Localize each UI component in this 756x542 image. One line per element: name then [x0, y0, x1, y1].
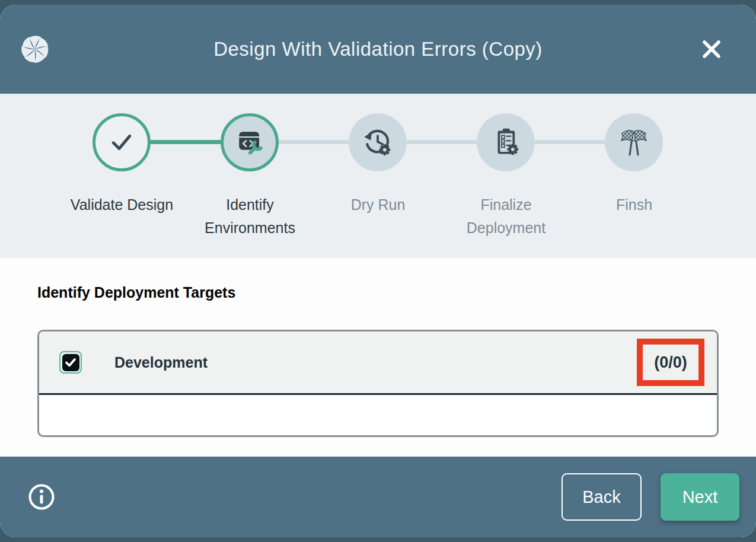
target-label: Development [114, 354, 208, 371]
step-identify-environments[interactable] [221, 113, 279, 171]
info-button[interactable] [27, 483, 56, 511]
wizard-stepper: Validate Design Identify Environments Dr… [0, 94, 756, 258]
step-label-finalize-deployment: Finalize Deployment [454, 193, 558, 240]
checkbox-checked-box [62, 354, 79, 371]
dialog-header: Design With Validation Errors (Copy) [0, 5, 756, 94]
deployment-targets-list: Development (0/0) [37, 330, 719, 437]
check-icon [106, 127, 137, 158]
clipboard-gear-icon [490, 126, 522, 158]
step-label-finish: Finsh [582, 193, 686, 216]
target-count: (0/0) [654, 353, 687, 372]
step-connector [407, 140, 477, 144]
close-icon [699, 37, 724, 62]
step-label-validate-design: Validate Design [70, 193, 174, 216]
step-finish[interactable] [605, 113, 663, 171]
finish-flags-icon [617, 126, 650, 159]
dialog-title: Design With Validation Errors (Copy) [0, 38, 756, 60]
wizard-dialog: Design With Validation Errors (Copy) [0, 5, 756, 537]
step-validate-design[interactable] [92, 113, 151, 171]
code-wrench-icon [234, 126, 266, 158]
swirl-logo-icon [20, 34, 50, 65]
info-icon [27, 483, 56, 511]
checkmark-icon [63, 355, 78, 369]
dialog-footer: Back Next [0, 457, 756, 537]
development-checkbox[interactable] [59, 351, 82, 374]
count-annotation-highlight: (0/0) [637, 339, 704, 386]
close-button[interactable] [699, 37, 724, 62]
step-connector [279, 140, 349, 144]
step-label-identify-environments: Identify Environments [198, 193, 302, 240]
next-button[interactable]: Next [661, 473, 739, 521]
step-label-dry-run: Dry Run [326, 193, 430, 216]
dialog-body: Identify Deployment Targets Development … [0, 258, 756, 457]
step-finalize-deployment[interactable] [477, 113, 535, 171]
back-button[interactable]: Back [562, 473, 642, 521]
history-gear-icon [362, 126, 394, 158]
step-connector [151, 140, 221, 144]
section-heading: Identify Deployment Targets [37, 284, 235, 301]
step-dry-run[interactable] [349, 113, 407, 171]
target-row-development: Development (0/0) [39, 331, 717, 395]
step-connector [535, 140, 605, 144]
